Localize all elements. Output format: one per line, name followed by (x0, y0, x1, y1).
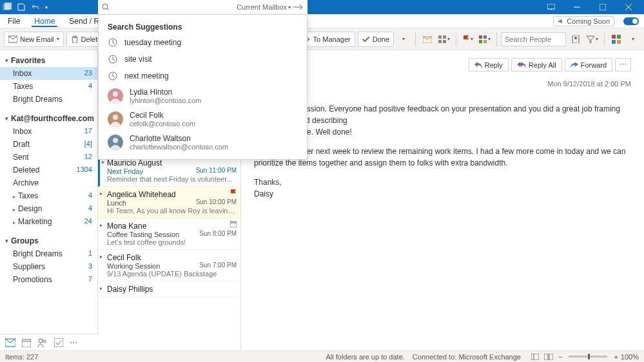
search-people-input[interactable] (502, 32, 566, 46)
address-book-button[interactable] (569, 32, 583, 46)
check-icon (362, 36, 370, 43)
nav-group-promotions[interactable]: Promotions7 (0, 273, 97, 286)
message-time: Sun 8:00 PM (199, 230, 237, 237)
svg-rect-29 (230, 222, 237, 227)
avatar-icon (108, 111, 123, 127)
megaphone-icon (558, 18, 564, 24)
forward-button[interactable]: Forward (565, 58, 612, 71)
nav-acct-draft[interactable]: Draft[4] (0, 138, 97, 151)
svg-point-34 (39, 339, 43, 343)
flag-icon (230, 189, 237, 197)
undo-caret[interactable]: ▾ (45, 5, 48, 10)
categorize-button[interactable]: ▾ (478, 32, 492, 46)
favorites-header[interactable]: ▾Favorites (0, 54, 97, 67)
message-item[interactable]: ▸Mauricio AugustNext FridayReminder that… (98, 155, 240, 187)
trash-icon (71, 35, 79, 43)
new-email-button[interactable]: New Email ▾ (4, 32, 64, 47)
svg-rect-15 (443, 35, 446, 39)
search-suggestions-dropdown: Search Suggestions tuesday meetingsite v… (98, 14, 307, 160)
bottom-nav: ⋯ (0, 334, 98, 350)
search-input[interactable] (113, 3, 237, 12)
suggestion-recent[interactable]: next meeting (99, 68, 307, 84)
search-bar[interactable]: Current Mailbox ▾ (98, 0, 307, 14)
people-nav-icon[interactable] (37, 338, 48, 347)
account-header[interactable]: ▾Kat@fourthcoffee.com (0, 112, 97, 125)
zoom-value: 100% (621, 353, 639, 361)
suggestion-email: cefolk@contoso.com (130, 120, 298, 128)
mail-nav-icon[interactable] (5, 338, 15, 347)
zoom-slider[interactable] (569, 356, 607, 357)
nav-acct-inbox[interactable]: Inbox17 (0, 125, 97, 138)
message-item[interactable]: ▸Daisy Phillips (98, 281, 240, 298)
svg-rect-39 (544, 354, 548, 360)
avatar-icon (108, 88, 123, 104)
tasks-nav-icon[interactable] (54, 338, 63, 347)
rules-button[interactable]: ▾ (437, 32, 451, 46)
coming-soon-badge[interactable]: Coming Soon (553, 16, 614, 26)
message-item[interactable]: ▸Cecil FolkWorking Session9/13 Agenda (U… (98, 250, 240, 281)
reply-button[interactable]: Reply (469, 58, 509, 71)
suggestion-recent[interactable]: tuesday meeting (99, 34, 307, 51)
nav-taxes[interactable]: Taxes4 (0, 80, 97, 93)
nav-acct-taxes[interactable]: ▸Taxes4 (0, 189, 97, 202)
calendar-nav-icon[interactable] (22, 338, 31, 347)
nav-acct-design[interactable]: ▸Design4 (0, 202, 97, 215)
maximize-icon[interactable] (590, 0, 616, 14)
message-from: Mauricio August (107, 158, 237, 167)
suggestion-name: Cecil Folk (130, 111, 298, 120)
suggestion-person[interactable]: Lydia Hintonlyhinton@contoso.com (99, 84, 307, 108)
status-bar: Items: 227 All folders are up to date. C… (0, 350, 644, 362)
nav-acct-marketing[interactable]: ▸Marketing24 (0, 215, 97, 228)
search-go-icon[interactable] (293, 3, 304, 11)
more-actions-button[interactable]: ⋯ (615, 58, 631, 71)
minimize-icon[interactable] (564, 0, 590, 14)
move-button[interactable] (420, 32, 434, 46)
tab-home[interactable]: Home (32, 15, 57, 27)
reply-all-button[interactable]: Reply All (511, 58, 562, 71)
zoom-out-icon[interactable]: − (558, 353, 562, 361)
svg-rect-20 (479, 40, 482, 43)
history-icon (108, 71, 118, 81)
ribbon-display-icon[interactable] (538, 0, 564, 14)
message-item[interactable]: ▸Angelica WhiteheadLunchHi Team, As you … (98, 187, 240, 218)
nav-bright-dreams[interactable]: Bright Dreams (0, 93, 97, 106)
more-nav-icon[interactable]: ⋯ (70, 338, 77, 347)
close-icon[interactable] (616, 0, 641, 14)
suggestion-person[interactable]: Cecil Folkcefolk@contoso.com (99, 108, 307, 131)
message-item[interactable]: ▸Mona KaneCoffee Tasting SessionLet's te… (98, 218, 240, 250)
coming-soon-toggle[interactable] (623, 17, 639, 25)
undo-icon[interactable] (31, 3, 40, 12)
get-addins-button[interactable] (609, 32, 623, 46)
nav-acct-deleted[interactable]: Deleted1304 (0, 164, 97, 176)
message-time: Sun 11:00 PM (196, 167, 237, 174)
zoom-in-icon[interactable]: + (614, 353, 618, 361)
groups-header[interactable]: ▾Groups (0, 234, 97, 247)
view-normal-icon[interactable] (531, 354, 539, 360)
nav-inbox[interactable]: Inbox23 (0, 67, 97, 80)
calendar-icon (230, 221, 237, 227)
svg-rect-17 (443, 40, 446, 43)
nav-group-suppliers[interactable]: Suppliers3 (0, 260, 97, 273)
suggestion-person[interactable]: Charlotte Waltsoncharlottewaltson@contos… (99, 131, 307, 154)
nav-group-bright[interactable]: Bright Dreams1 (0, 247, 97, 260)
nav-acct-archive[interactable]: Archive (0, 176, 97, 189)
tab-file[interactable]: File (5, 15, 23, 27)
chevron-right-icon: ▸ (102, 159, 104, 165)
ribbon-expand[interactable]: ▾ (626, 32, 640, 46)
view-reading-icon[interactable] (544, 354, 553, 360)
message-time: Sun 7:00 PM (199, 262, 237, 269)
status-connection: Connected to: Microsoft Exchange (413, 353, 521, 361)
message-from: Daisy Phillips (107, 285, 237, 294)
history-icon (108, 54, 118, 64)
search-scope-dropdown[interactable]: Current Mailbox ▾ (237, 3, 291, 11)
suggestion-recent[interactable]: site visit (99, 51, 307, 68)
save-icon[interactable] (17, 3, 26, 12)
quick-steps-dropdown[interactable]: ▾ (396, 32, 411, 46)
suggestion-text: site visit (124, 55, 298, 64)
svg-point-44 (113, 91, 118, 97)
svg-rect-1 (5, 3, 12, 10)
quick-step-done[interactable]: Done (358, 32, 394, 47)
follow-up-button[interactable]: ▾ (461, 32, 475, 46)
nav-acct-sent[interactable]: Sent12 (0, 151, 97, 164)
filter-button[interactable]: ▾ (585, 32, 600, 46)
